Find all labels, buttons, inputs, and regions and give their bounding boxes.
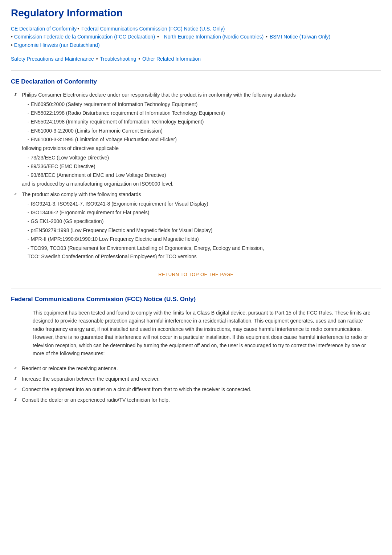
ce-std2-6: - TCO99, TCO03 (Requirement for Environm…: [28, 244, 381, 252]
ce-tco-text: TCO: Swedish Confederation of Profession…: [22, 253, 381, 260]
divider-2: [11, 288, 381, 288]
nav-link-bsmi[interactable]: BSMI Notice (Taiwan Only): [270, 34, 330, 40]
ce-std2-3: - GS EK1-2000 (GS specification): [28, 217, 381, 225]
ce-iso-text: and is produced by a manufacturing organ…: [22, 180, 381, 188]
bullet-z-fcc-1: z: [15, 365, 19, 370]
nav-dot-1: •: [77, 26, 81, 32]
ce-std2-2: - ISO13406-2 (Ergonomic requirement for …: [28, 208, 381, 216]
ce-directives: - 73/23/EEC (Low Voltage Directive) - 89…: [22, 154, 381, 179]
nav-link-safety[interactable]: Safety Precautions and Maintenance: [11, 56, 94, 62]
fcc-section: Federal Communications Commission (FCC) …: [11, 296, 381, 404]
fcc-title: Federal Communications Commission (FCC) …: [11, 296, 381, 303]
ce-item1-standards: - EN60950:2000 (Safety requirement of In…: [22, 100, 381, 144]
ce-section: CE Declaration of Conformity z Philips C…: [11, 78, 381, 260]
fcc-measures-list: z Reorient or relocate the receiving ant…: [11, 365, 381, 404]
ce-std-4: - EN61000-3-2:2000 (Limits for Harmonic …: [28, 127, 381, 135]
ce-dir-2: - 89/336/EEC (EMC Directive): [28, 162, 381, 170]
bullet-z-fcc-4: z: [15, 397, 19, 401]
fcc-measure-3: z Connect the equipment into an outlet o…: [15, 386, 381, 393]
fcc-measure-3-text: Connect the equipment into an outlet on …: [22, 386, 381, 393]
bullet-z-1: z: [15, 92, 19, 96]
return-to-top-link[interactable]: RETURN TO TOP OF THE PAGE: [158, 272, 233, 277]
ce-std-1: - EN60950:2000 (Safety requirement of In…: [28, 100, 381, 108]
page-title: Regulatory Information: [11, 7, 381, 19]
ce-directives-intro: following provisions of directives appli…: [22, 145, 381, 152]
nav-links-top: CE Declaration of Conformity• Federal Co…: [11, 25, 381, 49]
nav-dot-4: •: [264, 34, 269, 40]
nav-dot-3: •: [156, 34, 160, 40]
nav-dot-7: •: [138, 56, 142, 62]
fcc-measure-2: z Increase the separation between the eq…: [15, 375, 381, 383]
ce-list-item-1: z Philips Consumer Electronics declare u…: [15, 91, 381, 188]
divider-1: [11, 70, 381, 71]
bullet-z-2: z: [15, 191, 19, 196]
nav-dot-2: •: [11, 34, 14, 40]
nav-links-bottom: Safety Precautions and Maintenance • Tro…: [11, 55, 381, 63]
ce-item1-content: Philips Consumer Electronics declare und…: [22, 91, 381, 188]
ce-item2-intro: The product also comply with the followi…: [22, 191, 141, 197]
fcc-measure-4: z Consult the dealer or an experienced r…: [15, 396, 381, 404]
nav-dot-5: •: [11, 42, 14, 48]
bullet-z-fcc-3: z: [15, 386, 19, 391]
nav-link-ce[interactable]: CE Declaration of Conformity: [11, 26, 77, 32]
fcc-measure-4-text: Consult the dealer or an experienced rad…: [22, 396, 381, 404]
ce-std-3: - EN55024:1998 (Immunity requirement of …: [28, 118, 381, 126]
ce-title: CE Declaration of Conformity: [11, 78, 381, 85]
ce-list: z Philips Consumer Electronics declare u…: [11, 91, 381, 260]
nav-link-other[interactable]: Other Related Information: [142, 56, 201, 62]
fcc-intro-text: This equipment has been tested and found…: [33, 309, 374, 357]
nav-link-ergonomie[interactable]: Ergonomie Hinweis (nur Deutschland): [14, 42, 100, 48]
ce-item2-standards: - ISO9241-3, ISO9241-7, ISO9241-8 (Ergon…: [22, 200, 381, 252]
nav-dot-6: •: [96, 56, 99, 62]
ce-list-item-2: z The product also comply with the follo…: [15, 191, 381, 260]
nav-link-troubleshooting[interactable]: Troubleshooting: [100, 56, 136, 62]
fcc-measure-2-text: Increase the separation between the equi…: [22, 375, 381, 383]
return-link-1[interactable]: RETURN TO TOP OF THE PAGE: [11, 271, 381, 277]
ce-dir-3: - 93/68/EEC (Amendment of EMC and Low Vo…: [28, 171, 381, 179]
nav-link-nordic[interactable]: North Europe Information (Nordic Countri…: [164, 34, 264, 40]
fcc-measure-1-text: Reorient or relocate the receiving anten…: [22, 365, 381, 372]
ce-item2-content: The product also comply with the followi…: [22, 191, 381, 260]
ce-std2-4: - prEN50279:1998 (Low Frequency Electric…: [28, 226, 381, 234]
ce-std-5: - EN61000-3-3:1995 (Limitation of Voltag…: [28, 135, 381, 143]
ce-dir-1: - 73/23/EEC (Low Voltage Directive): [28, 154, 381, 162]
nav-link-fcc[interactable]: Federal Communications Commission (FCC) …: [81, 26, 225, 32]
ce-std2-1: - ISO9241-3, ISO9241-7, ISO9241-8 (Ergon…: [28, 200, 381, 208]
nav-link-fcc-decl[interactable]: Commission Federale de la Communication …: [14, 34, 155, 40]
bullet-z-fcc-2: z: [15, 376, 19, 380]
ce-std2-5: - MPR-II (MPR:1990:8/1990:10 Low Frequen…: [28, 235, 381, 243]
ce-std-2: - EN55022:1998 (Radio Disturbance requir…: [28, 109, 381, 117]
ce-item1-intro: Philips Consumer Electronics declare und…: [22, 92, 296, 98]
fcc-measure-1: z Reorient or relocate the receiving ant…: [15, 365, 381, 372]
